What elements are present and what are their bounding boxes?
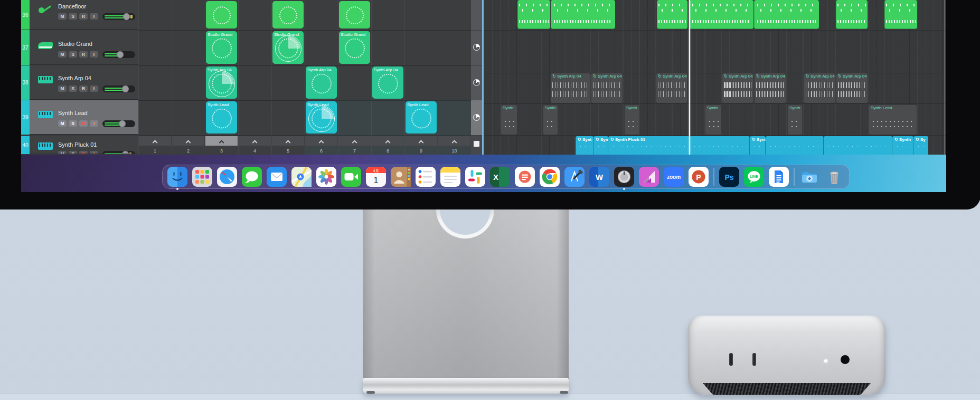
track-solo-button[interactable]: S [69, 13, 77, 20]
cyan-region[interactable] [690, 136, 750, 155]
dock-calendar-icon[interactable]: 4月1 [366, 167, 386, 187]
arp-region[interactable]: ↻ Synth Arp 04 [836, 73, 868, 103]
track-input-button[interactable]: I [90, 13, 98, 20]
grid-trigger-column-4[interactable] [239, 136, 271, 146]
dock-word-icon[interactable]: W [589, 167, 609, 187]
dock-lineapp-icon[interactable]: LINE [744, 167, 764, 187]
volume-thumb[interactable] [117, 51, 124, 58]
dock-excel-icon[interactable]: X [490, 167, 510, 187]
cyan-region[interactable] [766, 136, 824, 155]
loop-cell-track39-col6[interactable]: Synth Lead [306, 101, 337, 134]
dock-launchpad-icon[interactable] [192, 167, 212, 187]
track-record-button[interactable]: R [79, 151, 88, 154]
arp-region[interactable]: ↻ Synth Arp 04 [804, 73, 835, 103]
track-input-button[interactable]: I [90, 51, 98, 58]
dock-chrome-icon[interactable] [540, 167, 560, 187]
track-header-synth-arp-04[interactable]: Synth Arp 04MSRI [30, 65, 138, 100]
cyan-region[interactable]: ↻ Synt [593, 136, 608, 155]
synth-region[interactable]: Synth [543, 104, 558, 135]
loop-cell-track37-col5[interactable]: Studio Grand [272, 31, 304, 64]
green-region[interactable] [836, 0, 868, 29]
dock-finder-icon[interactable] [167, 167, 187, 187]
loop-cell-track36-col7[interactable] [339, 1, 370, 28]
grid-trigger-column-9[interactable] [405, 136, 437, 146]
arp-region[interactable]: ↻ Synth Arp 04 [722, 73, 753, 103]
cyan-region[interactable]: ↻ Synt [750, 136, 766, 155]
dock-affinity-icon[interactable] [639, 167, 659, 187]
track-record-button[interactable]: R [79, 120, 88, 127]
track-mute-button[interactable]: M [58, 120, 67, 127]
cyan-region[interactable] [824, 136, 892, 155]
synth-region[interactable]: Synth [501, 104, 517, 135]
cyan-region[interactable]: ↻ Synth [892, 136, 913, 155]
dock-downloads-icon[interactable] [799, 167, 819, 187]
dock-contacts-icon[interactable] [391, 167, 411, 187]
arp-region[interactable]: ↻ Synth Arp 04 [550, 73, 590, 103]
volume-slider[interactable] [102, 120, 135, 127]
green-region[interactable] [754, 0, 819, 29]
dock-mail-icon[interactable] [267, 167, 287, 187]
loop-cell-track36-col3[interactable] [206, 1, 237, 28]
track-record-button[interactable]: R [79, 51, 88, 58]
loop-cell-track37-col3[interactable]: Studio Grand [206, 31, 237, 64]
loop-cell-track39-col3[interactable]: Synth Lead [206, 101, 237, 134]
loop-cell-track39-col9[interactable]: Synth Lead [406, 101, 437, 134]
dock-gdocs-icon[interactable] [769, 167, 789, 187]
track-mute-button[interactable]: M [58, 51, 67, 58]
grid-trigger-column-1[interactable] [139, 136, 171, 146]
track-header-synth-pluck-01[interactable]: Synth Pluck 01MSRI [30, 136, 138, 154]
track-input-button[interactable]: I [90, 85, 98, 92]
dock-reminders-icon[interactable] [416, 167, 436, 187]
loop-cell-track38-col6[interactable]: Synth Arp 04 [306, 66, 337, 99]
grid-trigger-column-10[interactable] [438, 136, 470, 146]
dock-slack-icon[interactable] [465, 167, 485, 187]
synth-region[interactable]: Synth [705, 104, 722, 135]
dock-chatapp-icon[interactable] [515, 167, 535, 187]
arp-region[interactable]: ↻ Synth Arp 04 [754, 73, 786, 103]
track-mute-button[interactable]: M [58, 85, 67, 92]
track-record-button[interactable]: R [79, 13, 88, 20]
dock-xcode-icon[interactable] [564, 167, 585, 187]
green-region[interactable] [551, 0, 615, 29]
green-region[interactable] [657, 0, 687, 29]
playhead[interactable] [689, 0, 690, 155]
dock-maps-icon[interactable] [291, 167, 312, 187]
dock-powerpoint-icon[interactable]: P [689, 167, 709, 187]
dock-notes-icon[interactable] [440, 167, 460, 187]
cyan-region[interactable]: ↻ Synth Pluck 01 [608, 136, 690, 155]
synth-region[interactable]: Synth [787, 104, 803, 135]
dock-safari-icon[interactable] [217, 167, 237, 187]
green-region[interactable] [517, 0, 550, 29]
dock-trash-icon[interactable] [824, 167, 844, 187]
synth-region[interactable]: Synth [624, 104, 640, 135]
grid-trigger-column-5[interactable] [272, 136, 304, 146]
cyan-region[interactable]: ↻ Sy [913, 136, 928, 155]
loop-cell-track36-col5[interactable] [272, 1, 304, 28]
loop-cell-track38-col3[interactable]: Synth Arp 04 [206, 66, 237, 99]
loop-cell-track38-col8[interactable]: Synth Arp 04 [372, 66, 403, 99]
dock-photos-icon[interactable] [316, 167, 336, 187]
dock-logic-icon[interactable] [614, 167, 634, 187]
dock-facetime-icon[interactable] [341, 167, 361, 187]
dock-photoshop-icon[interactable]: Ps [719, 167, 739, 187]
volume-slider[interactable] [102, 13, 135, 20]
grid-trigger-column-7[interactable] [338, 136, 371, 146]
track-record-button[interactable]: R [79, 85, 88, 92]
track-solo-button[interactable]: S [69, 85, 77, 92]
loop-cell-track37-col7[interactable]: Studio Grand [339, 31, 370, 64]
dock-messages-icon[interactable] [242, 167, 262, 187]
track-solo-button[interactable]: S [69, 51, 77, 58]
grid-trigger-column-8[interactable] [372, 136, 404, 146]
cyan-region[interactable]: ↻ Synt [576, 136, 593, 155]
green-region[interactable] [884, 0, 917, 29]
track-header-studio-grand[interactable]: Studio GrandMSRI [30, 30, 138, 65]
grid-trigger-column-2[interactable] [172, 136, 204, 146]
green-region[interactable] [689, 0, 753, 29]
track-mute-button[interactable]: M [58, 13, 67, 20]
track-input-button[interactable]: I [90, 151, 98, 154]
volume-thumb[interactable] [122, 151, 129, 154]
stop-square-button[interactable] [474, 141, 479, 147]
track-header-synth-lead[interactable]: Synth LeadMSRI [30, 100, 138, 135]
track-header-dancefloor[interactable]: DancefloorMSRI [30, 0, 138, 30]
volume-thumb[interactable] [119, 120, 126, 127]
